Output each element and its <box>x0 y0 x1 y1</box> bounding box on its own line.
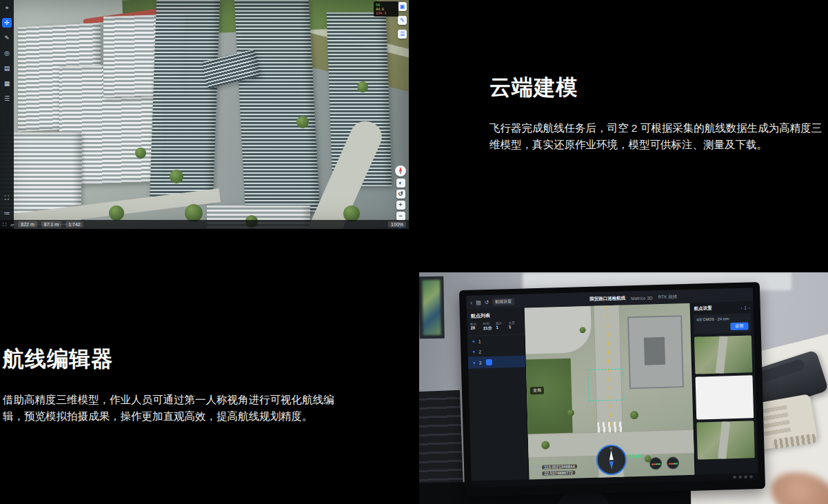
stat-value: 21分 <box>483 325 496 332</box>
route-editor-photo: ‹ ▤ ↺ 航线设置 国贸路口巡检航线 Matrice 3D RTK 就绪 航点… <box>419 272 828 504</box>
grid-icon[interactable]: ▦ <box>2 79 12 88</box>
reset-view-icon[interactable]: ◐ <box>396 179 405 188</box>
tree <box>567 410 574 416</box>
measure-icon[interactable]: ◎ <box>2 48 12 58</box>
coordinate-readouts: 经度113.9521346844 纬度22.5374886772 <box>532 463 577 476</box>
fullscreen-icon[interactable]: ⛶ <box>3 220 6 229</box>
drone-model: Matrice 3D <box>631 295 653 301</box>
waypoint-marker-icon: ▼ <box>472 339 476 343</box>
waypoint-id: 1 <box>478 339 481 343</box>
compass-needle-south <box>609 461 614 470</box>
section-body: 借助高精度三维模型，作业人员可通过第一人称视角进行可视化航线编辑，预览模拟拍摄成… <box>3 392 347 425</box>
flight-hub-screen: ‹ ▤ ↺ 航线设置 国贸路口巡检航线 Matrice 3D RTK 就绪 航点… <box>466 288 758 487</box>
section-body: 飞行器完成航线任务后，司空 2 可根据采集的航线数据生成为高精度三维模型，真实还… <box>489 120 828 153</box>
status-readout: 87.1 m <box>41 221 61 228</box>
camera-spec: 4/3 CMOS · 24 mm <box>696 316 729 321</box>
lon-label: 经度 <box>532 465 540 470</box>
aerial-map-view: 全局 N 76.4% 经度113.9521346844 <box>525 303 695 480</box>
waypoint-selected-chip <box>485 359 492 365</box>
monitor: ‹ ▤ ↺ 航线设置 国贸路口巡检航线 Matrice 3D RTK 就绪 航点… <box>459 282 765 497</box>
waypoint-panel-title: 航点列表 <box>467 308 524 323</box>
battery-percent: 76.4% <box>628 454 642 459</box>
viewer-toolbar: ⌖ ✛ ✎ ◎ ▤ ▦ ☰ ⛶ ≔ <box>0 0 14 229</box>
photo-preview <box>696 375 754 419</box>
section-heading: 云端建模 <box>489 73 828 102</box>
model-viewer-screenshot: ⌖ ✛ ✎ ◎ ▤ ▦ ☰ ⛶ ≔ ▣ ✎ ☰ 58 44.6 120.3 ◐ … <box>0 0 409 229</box>
scale-icon: ▱ <box>10 220 14 229</box>
stat-value: 1 <box>496 325 508 329</box>
glass-tower <box>150 0 220 201</box>
route-title: 国贸路口巡检航线 <box>589 295 625 302</box>
page: ⌖ ✛ ✎ ◎ ▤ ▦ ☰ ⛶ ≔ ▣ ✎ ☰ 58 44.6 120.3 ◐ … <box>0 0 828 504</box>
annotate-icon[interactable]: ✎ <box>2 33 12 43</box>
preview-thumbnail <box>696 421 754 459</box>
building-block <box>627 316 684 390</box>
layers-icon[interactable]: ▤ <box>2 63 12 73</box>
back-icon: ‹ <box>470 299 472 305</box>
green-area <box>526 358 573 438</box>
lon-value: 113.9521346844 <box>542 464 577 469</box>
rotate-icon[interactable]: ↺ <box>396 190 405 199</box>
stat-value: 1 <box>509 325 521 329</box>
status-readout: 1:742 <box>65 221 83 228</box>
settings-title: 航点设置 <box>694 305 712 312</box>
viewer-status-bar: ⛶ ▱ 822 m 87.1 m 1:742 100% <box>0 220 409 229</box>
debug-stats-badge: 58 44.6 120.3 <box>374 1 398 17</box>
section-route-editor: 航线编辑器 借助高精度三维模型，作业人员可通过第一人称视角进行可视化航线编辑，预… <box>3 345 347 425</box>
waypoint-marker-icon: ▼ <box>472 350 476 354</box>
list-icon[interactable]: ☰ <box>2 94 12 103</box>
glass-tower <box>234 0 320 212</box>
pager-prev-icon: ‹ <box>740 305 742 310</box>
gauge-icon <box>649 457 662 470</box>
section-heading: 航线编辑器 <box>3 345 347 374</box>
select-icon[interactable]: ⌖ <box>2 3 12 12</box>
waypoint-id: 3 <box>479 360 482 365</box>
settings-panel: 航点设置 ‹ 1 › 4/3 CMOS · 24 mm 应用 <box>690 301 758 474</box>
legend-icon[interactable]: ≔ <box>2 208 12 218</box>
stat-value: 28 <box>470 325 483 330</box>
lat-label: 纬度 <box>532 471 540 476</box>
rtk-status: RTK 就绪 <box>658 294 677 301</box>
apply-button: 应用 <box>730 322 748 330</box>
capture-icon[interactable]: ▣ <box>398 2 407 11</box>
waypoint-panel: 航点列表 航点28 时间21分 图片1 全景1 ▼ 1 ▼ <box>467 308 529 481</box>
lat-value: 22.5374886772 <box>542 470 575 475</box>
gauge-icon <box>667 456 679 469</box>
zoom-in-button[interactable]: + <box>396 201 405 210</box>
preview-thumbnail <box>694 335 752 374</box>
waypoint-marker-icon: ▼ <box>472 361 476 365</box>
zoom-level: 100% <box>388 221 406 228</box>
waypoint-row-selected: ▼ 3 <box>468 356 525 369</box>
global-view-chip: 全局 <box>530 386 544 394</box>
route-settings-chip: 航线设置 <box>492 297 514 305</box>
stat-value: 120.3 <box>376 11 386 15</box>
picture-frame <box>419 276 445 339</box>
waypoint-id: 2 <box>478 349 481 354</box>
pager-next-icon: › <box>749 305 750 310</box>
pager-page: 1 <box>744 305 747 310</box>
compass-icon[interactable] <box>395 165 406 177</box>
attitude-gauges <box>649 456 679 470</box>
tree <box>135 148 146 159</box>
fullscreen-icon[interactable]: ⛶ <box>2 193 12 203</box>
menu-icon[interactable]: ☰ <box>398 30 407 39</box>
crosswalk <box>597 422 622 433</box>
route-stats: 航点28 时间21分 图片1 全景1 <box>467 321 525 336</box>
camera-card: 4/3 CMOS · 24 mm 应用 <box>694 313 751 334</box>
tree <box>357 81 368 92</box>
draw-icon[interactable]: ✎ <box>398 16 407 25</box>
tree <box>296 116 309 128</box>
viewer-float-buttons: ▣ ✎ ☰ <box>398 2 407 39</box>
undo-icon: ↺ <box>484 299 489 305</box>
section-cloud-modeling: 云端建模 飞行器完成航线任务后，司空 2 可根据采集的航线数据生成为高精度三维模… <box>489 73 828 153</box>
tree <box>630 411 638 419</box>
status-readout: 822 m <box>18 221 37 228</box>
tree <box>109 205 124 221</box>
save-icon: ▤ <box>476 299 481 305</box>
model-icon[interactable]: ✛ <box>2 18 12 28</box>
compass-needle <box>609 450 613 460</box>
tree <box>170 170 183 183</box>
selection-box <box>587 369 624 401</box>
